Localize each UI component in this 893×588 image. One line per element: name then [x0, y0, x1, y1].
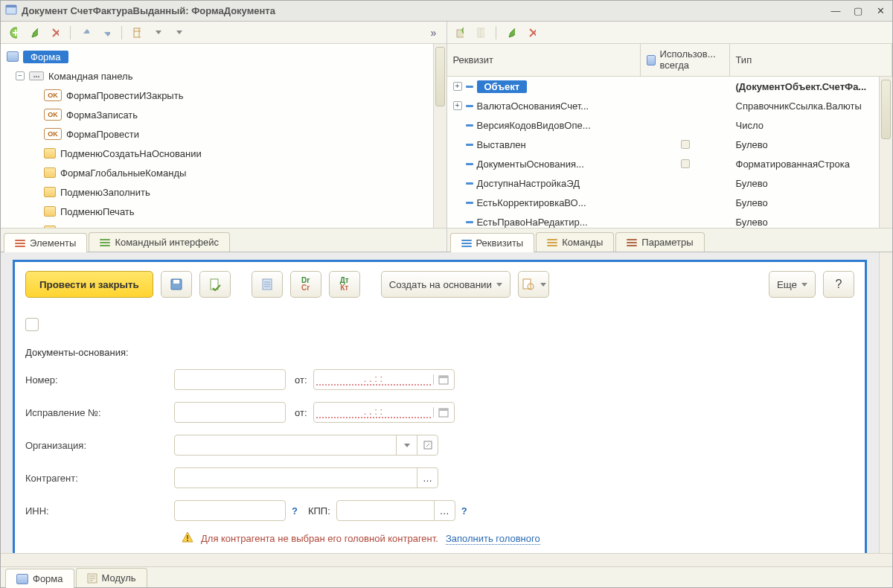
props-grid[interactable]: +Объект (ДокументОбъект.СчетФа... +Валют… [447, 77, 893, 228]
checkbox[interactable] [25, 318, 39, 331]
help-button[interactable]: ? [823, 271, 854, 298]
grid-row[interactable]: ДокументыОснования... ФорматированнаяСтр… [447, 154, 893, 173]
tab-module[interactable]: Модуль [76, 568, 147, 587]
correction-date-input[interactable]: . . : : [313, 402, 455, 423]
tree-command-panel[interactable]: − ••• Командная панель [4, 66, 444, 86]
tree-item[interactable]: OKФормаПровести [4, 124, 444, 144]
collapse-icon[interactable]: − [16, 71, 25, 80]
tree-item[interactable]: ПодменюПечать [4, 202, 444, 221]
tree-item[interactable]: ПодменюСоздатьНаОсновании [4, 144, 444, 163]
tree-root-label: Форма [23, 51, 68, 63]
edit-prop-button[interactable] [503, 25, 519, 41]
scrollbar-horizontal[interactable] [1, 553, 892, 566]
maximize-button[interactable]: ▢ [851, 5, 865, 17]
open-icon[interactable] [417, 435, 438, 455]
delete-prop-button[interactable] [524, 25, 540, 41]
more-button[interactable]: Еще [769, 271, 816, 298]
add-column-button[interactable] [473, 25, 489, 41]
tab-form[interactable]: Форма [5, 569, 74, 588]
post-button[interactable] [199, 271, 231, 298]
dropdown-icon[interactable] [396, 435, 417, 455]
counterparty-input[interactable]: … [174, 467, 438, 488]
col-header-name[interactable]: Реквизит [447, 44, 641, 76]
create-based-button[interactable]: Создать на основании [381, 271, 510, 298]
tree-item[interactable]: OKФормаПровестиИЗакрыть [4, 86, 444, 105]
inn-help-icon[interactable]: ? [292, 505, 298, 517]
calendar-icon[interactable] [433, 407, 454, 418]
org-input[interactable] [174, 435, 438, 456]
warning-link[interactable]: Заполнить головного [446, 533, 540, 545]
number-input[interactable] [174, 369, 286, 390]
close-button[interactable]: ✕ [873, 5, 888, 17]
grid-row[interactable]: ЕстьКорректировкаВО... Булево [447, 193, 893, 212]
ellipsis-icon[interactable]: … [434, 501, 455, 520]
top-split: » Форма − ••• Командная панель OKФормаПр… [1, 22, 892, 252]
window-icon [5, 4, 17, 18]
checkbox[interactable] [681, 159, 690, 168]
grid-row[interactable]: ВерсияКодовВидовОпе... Число [447, 115, 893, 135]
kpp-input[interactable]: … [336, 500, 455, 521]
drcr-button[interactable]: DrCr [290, 271, 321, 298]
cell-name: Объект [477, 80, 528, 93]
ellipsis-icon[interactable]: … [417, 468, 438, 488]
tab-props[interactable]: Реквизиты [450, 233, 535, 252]
scrollbar[interactable] [879, 77, 892, 228]
move-up-button[interactable] [77, 25, 94, 41]
form-icon [16, 574, 28, 584]
grid-row[interactable]: +Объект (ДокументОбъект.СчетФа... [447, 77, 893, 96]
post-and-close-button[interactable]: Провести и закрыть [25, 271, 153, 298]
tree-item-label: ФормаПровести [66, 129, 139, 140]
grid-row[interactable]: ЕстьПравоНаРедактир... Булево [447, 212, 893, 228]
tab-params[interactable]: Параметры [615, 232, 704, 252]
tree-item[interactable]: ПодменюЗаполнить [4, 182, 444, 202]
grid-row[interactable]: +ВалютаОснованияСчет... СправочникСсылка… [447, 96, 893, 115]
grid-row[interactable]: ДоступнаНастройкаЭД Булево [447, 173, 893, 193]
tree-item[interactable]: OKФормаЗаписать [4, 105, 444, 124]
correction-input[interactable] [174, 402, 286, 423]
inn-input[interactable] [174, 500, 286, 521]
add-prop-button[interactable] [452, 25, 468, 41]
folder-icon [44, 206, 56, 217]
calendar-icon[interactable] [433, 374, 454, 385]
svg-rect-18 [439, 409, 448, 411]
expand-icon[interactable]: + [453, 82, 462, 91]
scrollbar[interactable] [879, 252, 892, 553]
move-down-button[interactable] [98, 25, 115, 41]
date-input[interactable]: . . : : [313, 369, 455, 390]
edit-button[interactable] [26, 25, 42, 41]
tab-command-interface[interactable]: Командный интерфейс [89, 232, 230, 252]
save-button[interactable] [161, 271, 192, 298]
btn-label: ? [836, 278, 842, 291]
expand-icon[interactable]: + [453, 101, 462, 110]
scrollbar[interactable] [433, 44, 446, 228]
inn-label: ИНН: [25, 505, 174, 517]
window: Документ СчетФактураВыданный: ФормаДокум… [0, 0, 893, 588]
tab-commands[interactable]: Команды [536, 232, 614, 252]
col-header-always[interactable]: Использов... всегда [641, 44, 730, 76]
checkbox[interactable] [681, 140, 690, 149]
kpp-help-icon[interactable]: ? [461, 505, 467, 517]
svg-rect-21 [187, 540, 188, 541]
delete-button[interactable] [47, 25, 63, 41]
tree-root[interactable]: Форма [4, 47, 444, 66]
minimize-button[interactable]: — [828, 5, 843, 17]
tab-elements[interactable]: Элементы [4, 233, 87, 252]
settings-button[interactable] [518, 271, 549, 298]
col-header-type[interactable]: Тип [730, 44, 893, 76]
more-button[interactable]: » [426, 25, 442, 41]
element-tree[interactable]: Форма − ••• Командная панель OKФормаПров… [1, 44, 446, 228]
list-button[interactable] [170, 25, 187, 41]
tab-label: Параметры [641, 237, 693, 248]
table-button[interactable] [129, 25, 145, 41]
dtkt-button[interactable]: ДтКт [329, 271, 360, 298]
color-button[interactable] [150, 25, 166, 41]
prop-icon [466, 105, 473, 107]
grid-row[interactable]: Выставлен Булево [447, 135, 893, 154]
org-label: Организация: [25, 440, 174, 451]
register-button[interactable] [252, 271, 283, 298]
titlebar: Документ СчетФактураВыданный: ФормаДокум… [1, 1, 892, 22]
tree-item-label: ФормаГлобальныеКоманды [60, 167, 186, 179]
add-button[interactable] [5, 25, 22, 41]
tree-item[interactable]: ПодменюЭДО [4, 221, 444, 228]
tree-item[interactable]: ФормаГлобальныеКоманды [4, 163, 444, 182]
